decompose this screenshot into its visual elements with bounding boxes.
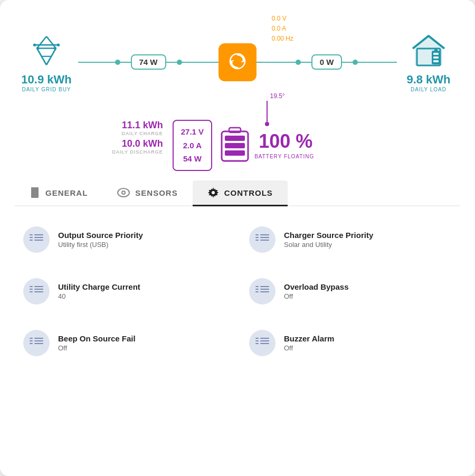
- tab-sensors[interactable]: SENSORS: [102, 182, 192, 205]
- grid-section: 10.9 kWh DAILY GRID BUY: [15, 32, 78, 92]
- tab-controls[interactable]: CONTROLS: [193, 180, 288, 206]
- svg-rect-32: [30, 237, 33, 238]
- svg-rect-34: [34, 234, 43, 235]
- svg-rect-22: [225, 143, 245, 148]
- list-icon-1: [255, 233, 269, 246]
- top-flow-row: 10.9 kWh DAILY GRID BUY 74 W 0.0 V 0.0 A…: [15, 32, 460, 92]
- energy-diagram: 10.9 kWh DAILY GRID BUY 74 W 0.0 V 0.0 A…: [15, 32, 460, 174]
- list-icon-5: [255, 336, 269, 350]
- svg-rect-17: [433, 56, 439, 59]
- control-value-0: Utility first (USB): [58, 241, 143, 249]
- line-ih-right: [358, 62, 397, 63]
- flow-line-inverter-house: 0 W: [256, 54, 397, 70]
- control-text-3: Overload Bypass Off: [284, 282, 349, 300]
- flow-line-grid-inverter: 74 W: [78, 54, 218, 70]
- svg-rect-38: [255, 237, 259, 238]
- svg-rect-60: [34, 343, 43, 344]
- svg-rect-54: [260, 291, 269, 292]
- control-text-1: Charger Source Priority Solar and Utilit…: [284, 231, 373, 249]
- dot-right: [177, 60, 182, 65]
- control-utility-charge-current[interactable]: Utility Charge Current 40: [15, 269, 234, 314]
- control-icon-circle-2: [23, 278, 50, 304]
- svg-point-28: [122, 192, 125, 194]
- control-text-0: Output Source Priority Utility first (US…: [58, 231, 143, 249]
- control-overload-bypass[interactable]: Overload Bypass Off: [241, 269, 460, 314]
- dot-ih-right: [353, 60, 358, 65]
- control-title-0: Output Source Priority: [58, 231, 143, 240]
- svg-rect-31: [30, 234, 33, 235]
- svg-rect-21: [225, 136, 245, 141]
- svg-rect-52: [260, 286, 269, 287]
- svg-point-30: [212, 191, 215, 194]
- tab-sensors-label: SENSORS: [135, 188, 177, 197]
- svg-rect-39: [255, 240, 259, 241]
- list-icon-0: [30, 233, 43, 246]
- battery-vert-line: [267, 101, 268, 122]
- svg-rect-37: [255, 234, 259, 235]
- grid-tower-icon: [27, 32, 65, 70]
- inverter-current: 0.0 A: [272, 24, 293, 34]
- battery-display: 100 % BATTERY FLOATING: [220, 126, 314, 163]
- battery-status: BATTERY FLOATING: [254, 154, 314, 159]
- svg-rect-46: [34, 286, 43, 287]
- svg-rect-35: [34, 237, 43, 238]
- control-buzzer-alarm[interactable]: Buzzer Alarm Off: [241, 320, 460, 366]
- control-value-4: Off: [58, 344, 136, 352]
- daily-charge: 11.1 kWh: [112, 120, 163, 131]
- svg-rect-66: [260, 343, 269, 344]
- control-text-4: Beep On Source Fail Off: [58, 334, 136, 352]
- house-section: 9.8 kWh DAILY LOAD: [397, 32, 460, 92]
- svg-rect-49: [255, 286, 259, 287]
- battery-info-left: 11.1 kWh DAILY CHARGE 10.0 kWh DAILY DIS…: [112, 120, 163, 155]
- control-output-source-priority[interactable]: Output Source Priority Utility first (US…: [15, 217, 234, 262]
- svg-rect-55: [30, 338, 33, 339]
- controls-grid: Output Source Priority Utility first (US…: [15, 217, 460, 366]
- line-left: [78, 62, 115, 63]
- daily-discharge: 10.0 kWh: [112, 138, 163, 149]
- control-icon-circle-4: [23, 330, 50, 356]
- battery-readings-box: 27.1 V 2.0 A 54 W: [173, 120, 212, 171]
- inverter-box: [218, 43, 256, 81]
- list-icon-2: [30, 284, 43, 298]
- svg-rect-41: [260, 237, 269, 238]
- house-label: DAILY LOAD: [411, 87, 446, 92]
- svg-rect-47: [34, 289, 43, 290]
- bookmark-icon: [30, 187, 40, 198]
- battery-voltage: 27.1 V: [181, 125, 204, 139]
- control-value-2: 40: [58, 292, 140, 300]
- grid-kwh: 10.9 kWh: [21, 73, 71, 87]
- svg-rect-15: [434, 49, 438, 51]
- svg-rect-51: [255, 291, 259, 292]
- line-ih-right2: [342, 62, 353, 63]
- svg-rect-45: [30, 291, 33, 292]
- tab-general[interactable]: GENERAL: [15, 180, 102, 206]
- control-text-5: Buzzer Alarm Off: [284, 334, 334, 352]
- svg-point-10: [54, 47, 56, 50]
- svg-rect-48: [34, 291, 43, 292]
- daily-charge-label: DAILY CHARGE: [112, 131, 163, 136]
- control-title-3: Overload Bypass: [284, 282, 349, 291]
- eye-icon: [117, 188, 130, 197]
- svg-rect-65: [260, 340, 269, 341]
- inverter-readings: 0.0 V 0.0 A 0.00 Hz: [272, 14, 293, 44]
- battery-percent: 100 %: [259, 130, 314, 153]
- inverter-voltage: 0.0 V: [272, 14, 293, 24]
- line-right: [182, 62, 219, 63]
- line-ih-left: [256, 62, 296, 63]
- tab-general-label: GENERAL: [45, 188, 88, 197]
- control-charger-source-priority[interactable]: Charger Source Priority Solar and Utilit…: [241, 217, 460, 262]
- battery-connector-col: 19.5°: [220, 92, 314, 163]
- control-value-3: Off: [284, 292, 349, 300]
- tab-controls-label: CONTROLS: [224, 188, 273, 197]
- control-title-2: Utility Charge Current: [58, 282, 140, 291]
- control-beep-on-source-fail[interactable]: Beep On Source Fail Off: [15, 320, 234, 366]
- svg-rect-59: [34, 340, 43, 341]
- line-left2: [120, 62, 131, 63]
- svg-rect-57: [30, 343, 33, 344]
- list-icon-4: [30, 336, 43, 350]
- svg-rect-44: [30, 289, 33, 290]
- svg-rect-50: [255, 289, 259, 290]
- svg-point-7: [33, 44, 36, 46]
- svg-rect-33: [30, 240, 33, 241]
- control-icon-circle-0: [23, 226, 50, 253]
